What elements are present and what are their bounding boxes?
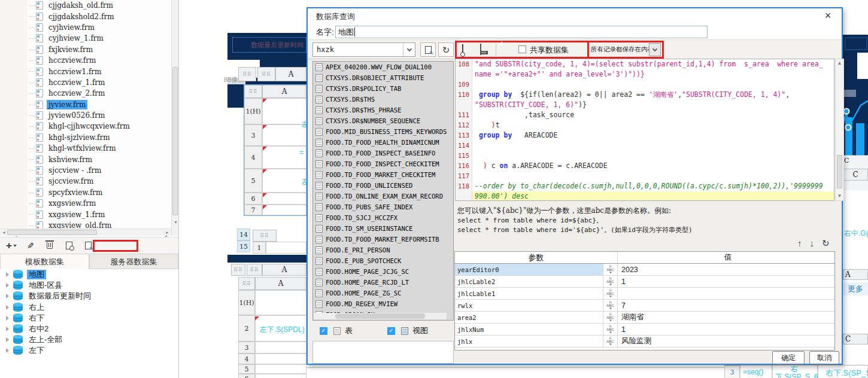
dataset-item[interactable]: 左上-全部 xyxy=(0,334,178,345)
expand-icon[interactable] xyxy=(6,283,9,288)
table-list-item[interactable]: FOOD.TD_PUBS_SAFE_INDEX xyxy=(313,202,453,212)
table-list-item[interactable]: FOOD.TD_FOOD_INSPECT_CHECKITEM xyxy=(313,158,453,169)
sheet-row[interactable]: 1(H) xyxy=(244,98,306,124)
sheet-row[interactable]: 3 xyxy=(238,342,306,353)
sheet-row[interactable]: 6 xyxy=(244,193,306,205)
expand-icon[interactable] xyxy=(6,337,9,342)
expand-icon[interactable] xyxy=(6,272,9,277)
param-row[interactable]: rwlx 㐅ABC 7 xyxy=(455,300,834,312)
tree-item[interactable]: xxgsview.frm xyxy=(0,198,178,209)
table-list-item[interactable]: CTXSYS.DR$OBJECT_ATTRIBUTE xyxy=(313,72,453,83)
param-type-cell[interactable]: 㐅ABC xyxy=(603,336,618,347)
cancel-button[interactable]: 取消 xyxy=(809,351,839,364)
param-value-input[interactable]: 湖南省 xyxy=(618,312,834,323)
expand-icon[interactable] xyxy=(6,327,9,331)
tree-item[interactable]: kshview.frm xyxy=(0,154,178,164)
sheet-row[interactable]: 1(H) xyxy=(238,290,306,315)
param-row[interactable]: jhlcLable1 㐅ABC xyxy=(455,288,834,300)
view-filter-checkbox[interactable]: ✓ xyxy=(387,327,395,335)
preview-icon[interactable] xyxy=(462,45,463,56)
sheet-cell[interactable] xyxy=(262,193,306,205)
sql-line[interactable]: 109 xyxy=(456,80,834,90)
dataset-item[interactable]: 右下 xyxy=(0,313,178,324)
tree-item[interactable]: cyjhview.frm xyxy=(0,22,178,33)
sheet-cell[interactable] xyxy=(262,205,306,215)
dataset-item[interactable]: 右上 xyxy=(0,302,178,313)
table-list-item[interactable]: FOOD.MD_REGEX_MVIEW xyxy=(313,298,453,309)
sql-line[interactable]: 111 ,task_source xyxy=(456,110,834,120)
sheet-row[interactable]: 4 xyxy=(244,146,306,169)
sheet-row[interactable]: 14 xyxy=(237,228,250,240)
sheet-row[interactable]: 6 xyxy=(238,374,306,378)
sql-line[interactable]: 110 group by ${if(len(area2) = 0|| area2… xyxy=(456,90,834,100)
param-row[interactable]: yearEditor0 㐅ABC 2023 xyxy=(455,264,834,276)
tree-item[interactable]: hcczview_2.frm xyxy=(0,88,178,99)
connection-select[interactable]: hxzk xyxy=(312,42,415,57)
scroll-down-icon[interactable]: ▼ xyxy=(836,192,843,200)
table-list-item[interactable]: FOOD.E_PRI_PERSON xyxy=(313,245,453,255)
table-list-item[interactable]: FOOD.TD_FOOD_UNLICENSED xyxy=(313,180,453,191)
param-row[interactable]: jhlcLable2 㐅ABC 1 xyxy=(455,276,834,288)
panel-divider[interactable] xyxy=(178,0,179,378)
scroll-down-icon[interactable]: ▼ xyxy=(174,219,178,225)
sql-line[interactable]: 990.00') desc xyxy=(456,191,834,201)
dataset-item[interactable]: 数据最后更新时间 xyxy=(0,291,178,301)
tree-item[interactable]: jyview.frm xyxy=(0,99,178,110)
tree-item[interactable]: cjjgdakshold2.frm xyxy=(0,11,178,22)
tree-item[interactable]: jyview0526.frm xyxy=(0,110,178,121)
edit-dataset-button[interactable]: ✎ xyxy=(24,240,37,252)
sheet-cell[interactable] xyxy=(255,364,306,374)
dataset-name-input[interactable]: 地图 xyxy=(335,26,708,38)
param-value-input[interactable]: 7 xyxy=(618,300,834,311)
param-type-cell[interactable]: 㐅ABC xyxy=(603,288,618,299)
scroll-up-icon[interactable]: ▲ xyxy=(836,59,843,68)
tree-horizontal-scrollbar[interactable]: ◄ ► xyxy=(0,228,171,236)
param-value-input[interactable]: 2023 xyxy=(618,264,834,275)
tree-item[interactable]: cjjgdaksh_old.frm xyxy=(0,0,178,11)
sql-line[interactable]: "SUBSTR(CITY_CODE, 1, 6)")} xyxy=(456,100,834,110)
table-list-hscrollbar[interactable] xyxy=(314,313,447,319)
sheet-row[interactable]: 3 xyxy=(244,124,306,146)
edit-connection-button[interactable] xyxy=(420,42,436,57)
sql-line[interactable]: 118 --order by to_char(decode(c.sumjh,nu… xyxy=(456,181,834,191)
table-list-item[interactable]: FOOD.TD_SJCJ_HCCZFX xyxy=(313,212,453,223)
tree-vertical-scrollbar[interactable]: ▼ xyxy=(171,0,178,236)
table-list-item[interactable]: CTXSYS.DR$NUMBER_SEQUENCE xyxy=(313,115,453,126)
dataset-item[interactable]: 右中2 xyxy=(0,324,178,334)
share-dataset-checkbox[interactable] xyxy=(518,45,526,53)
dataset-item[interactable]: 地图-区县 xyxy=(0,280,178,291)
tree-item[interactable]: khgl-sjzlview.frm xyxy=(0,132,178,143)
param-type-cell[interactable]: 㐅ABC xyxy=(603,324,618,335)
more-link[interactable]: 更多 xyxy=(843,282,868,295)
add-dataset-button[interactable]: + xyxy=(5,240,18,252)
table-filter-checkbox[interactable]: ✓ xyxy=(320,327,327,335)
sql-line[interactable]: 116 ) c on a.AREACODE = c.AREACODE xyxy=(456,161,834,171)
table-list-item[interactable]: FOOD.HOME_PAGE_RCJD_LT xyxy=(313,277,453,288)
sheet-cell[interactable] xyxy=(255,374,306,378)
tree-item[interactable]: fxjkview.frm xyxy=(0,44,178,55)
sql-line[interactable]: 108 "and SUBSTR(city_code, 1, 4)=(select… xyxy=(456,59,834,69)
sql-line[interactable]: 114 xyxy=(456,141,834,151)
tree-item[interactable]: xxgsview_1.frm xyxy=(0,209,178,220)
param-type-cell[interactable]: 㐅ABC xyxy=(603,312,618,323)
refresh-connection-button[interactable]: ↻ xyxy=(438,42,454,57)
sheet-cell[interactable] xyxy=(262,124,306,146)
sheet-cell[interactable] xyxy=(255,290,306,315)
table-list-item[interactable]: FOOD.HOME_PAGE_ZG_SC xyxy=(313,288,453,298)
sql-line[interactable]: 112 )t xyxy=(456,120,834,130)
table-list-item[interactable]: CTXSYS.DR$POLICY_TAB xyxy=(313,83,453,94)
sheet-cell[interactable] xyxy=(262,98,306,124)
sql-line[interactable]: 117 xyxy=(456,171,834,181)
scroll-left-icon[interactable]: ◄ xyxy=(2,229,6,236)
sql-editor[interactable]: 108 "and SUBSTR(city_code, 1, 4)=(select… xyxy=(455,59,834,201)
param-type-cell[interactable]: 㐅ABC xyxy=(603,276,618,287)
sheet-cell[interactable] xyxy=(266,242,306,254)
scrollbar-thumb[interactable] xyxy=(7,230,97,235)
table-list-item[interactable]: CTXSYS.DR$THS_PHRASE xyxy=(313,105,453,115)
close-icon[interactable]: × xyxy=(821,10,834,22)
table-list-item[interactable]: FOOD.TD_SM_USERINSTANCE xyxy=(313,223,453,234)
param-row[interactable]: jhlx 㐅ABC 风险监测 xyxy=(455,336,834,347)
param-type-cell[interactable]: 㐅ABC xyxy=(603,300,618,311)
sql-line[interactable]: 115 xyxy=(456,151,834,161)
sheet-row[interactable]: 7 xyxy=(244,205,306,215)
